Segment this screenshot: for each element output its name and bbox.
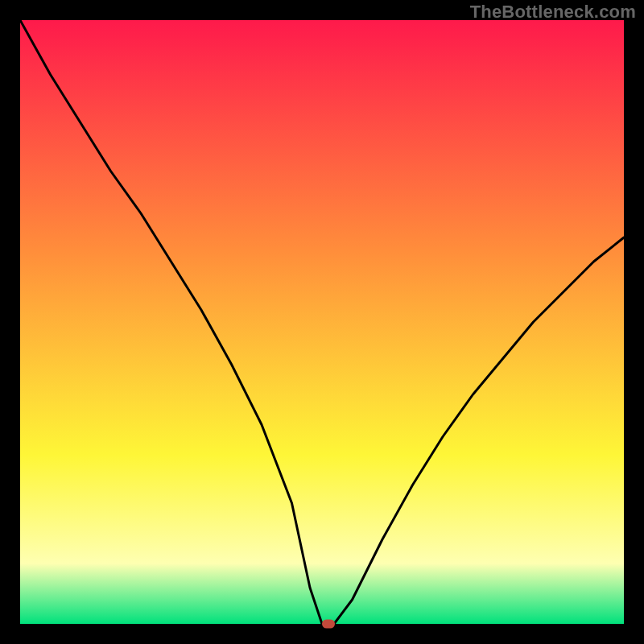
optimal-point-marker bbox=[322, 620, 335, 629]
chart-frame: TheBottleneck.com bbox=[0, 0, 644, 644]
watermark-text: TheBottleneck.com bbox=[470, 2, 636, 23]
bottleneck-chart bbox=[20, 20, 624, 624]
